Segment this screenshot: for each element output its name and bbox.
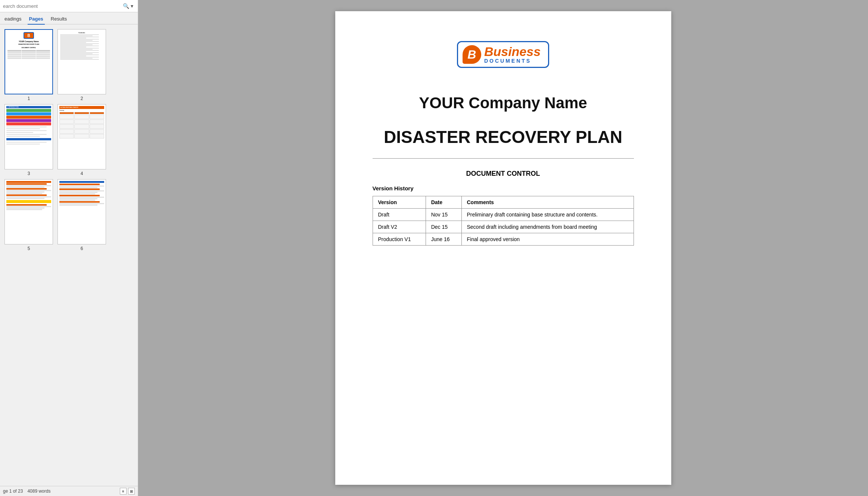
doc-control-title: DOCUMENT CONTROL: [466, 170, 540, 178]
logo-b-circle: B: [463, 45, 481, 64]
page-thumb-wrapper-4: 1A CRISIS RESPONSE STRATEGY Summary: [57, 104, 106, 176]
col-header-comments: Comments: [461, 196, 634, 209]
company-name-heading: YOUR Company Name: [419, 94, 587, 112]
thumb-table: [7, 50, 50, 59]
pages-row-3: 5: [4, 179, 133, 251]
page-thumb-1[interactable]: B YOUR Company Name DISASTER RECOVERY PL…: [4, 29, 53, 94]
nav-tabs: eadings Pages Results: [0, 12, 138, 25]
status-left: ge 1 of 23 4089 words: [3, 489, 50, 494]
left-panel: 🔍 ▾ eadings Pages Results B YOUR Company…: [0, 0, 138, 496]
page-thumb-wrapper-5: 5: [4, 179, 53, 251]
doc-divider: [373, 158, 634, 159]
table-row: Production V1 June 16 Final approved ver…: [373, 233, 634, 246]
thumb-contents-title: Contents: [60, 32, 103, 34]
logo-business-text: Business: [484, 45, 541, 58]
row1-version: Draft: [373, 209, 426, 221]
row3-version: Production V1: [373, 233, 426, 246]
pages-grid: B YOUR Company Name DISASTER RECOVERY PL…: [0, 25, 138, 486]
row1-comments: Preliminary draft containing base struct…: [461, 209, 634, 221]
row2-version: Draft V2: [373, 221, 426, 233]
page-thumb-4[interactable]: 1A CRISIS RESPONSE STRATEGY Summary: [57, 104, 106, 169]
logo-documents-text: DOCUMENTS: [484, 58, 541, 64]
page-num-1: 1: [28, 96, 30, 101]
page-num-5: 5: [28, 246, 30, 251]
page-num-4: 4: [81, 171, 83, 176]
col-header-version: Version: [373, 196, 426, 209]
main-area: B Business DOCUMENTS YOUR Company Name D…: [138, 0, 868, 496]
document-page: B Business DOCUMENTS YOUR Company Name D…: [335, 11, 671, 485]
thumb-doc-control: DOCUMENT CONTROL: [22, 47, 36, 49]
status-right: ≡ ⊞: [120, 488, 135, 495]
page-thumb-wrapper-3: 1. INTRODUCTION: [4, 104, 53, 176]
page-thumb-2[interactable]: Contents: [57, 29, 106, 94]
logo-b-letter: B: [467, 48, 476, 62]
plan-title-heading: DISASTER RECOVERY PLAN: [384, 127, 622, 147]
page-thumb-wrapper-2: Contents: [57, 29, 106, 101]
search-button[interactable]: 🔍 ▾: [121, 2, 135, 10]
page-info: ge 1 of 23: [3, 489, 23, 494]
pages-row-2: 1. INTRODUCTION: [4, 104, 133, 176]
col-header-date: Date: [426, 196, 461, 209]
thumb-company-name: YOUR Company Name: [19, 40, 39, 43]
page-thumb-wrapper-1: B YOUR Company Name DISASTER RECOVERY PL…: [4, 29, 53, 101]
tab-headings[interactable]: eadings: [3, 14, 23, 25]
thumb-plan-title: DISASTER RECOVERY PLAN: [18, 43, 39, 45]
version-history-label: Version History: [373, 185, 414, 191]
page-num-3: 3: [28, 171, 30, 176]
thumb-logo-1: B: [24, 32, 34, 39]
logo-container: B Business DOCUMENTS: [457, 41, 549, 68]
page-num-2: 2: [81, 96, 83, 101]
page-num-6: 6: [81, 246, 83, 251]
logo-text-col: Business DOCUMENTS: [484, 45, 541, 64]
version-table: Version Date Comments Draft Nov 15 Preli…: [373, 196, 634, 246]
table-header-row: Version Date Comments: [373, 196, 634, 209]
page-thumb-6[interactable]: [57, 179, 106, 244]
table-row: Draft V2 Dec 15 Second draft including a…: [373, 221, 634, 233]
status-bar: ge 1 of 23 4089 words ≡ ⊞: [0, 486, 138, 496]
page-thumb-5[interactable]: [4, 179, 53, 244]
row1-date: Nov 15: [426, 209, 461, 221]
tab-results[interactable]: Results: [49, 14, 68, 25]
row3-comments: Final approved version: [461, 233, 634, 246]
row2-comments: Second draft including amendments from b…: [461, 221, 634, 233]
table-row: Draft Nov 15 Preliminary draft containin…: [373, 209, 634, 221]
search-input[interactable]: [3, 3, 121, 9]
word-count: 4089 words: [27, 489, 50, 494]
page-thumb-wrapper-6: 6: [57, 179, 106, 251]
search-bar: 🔍 ▾: [0, 0, 138, 12]
page-thumb-3[interactable]: 1. INTRODUCTION: [4, 104, 53, 169]
pages-row-1: B YOUR Company Name DISASTER RECOVERY PL…: [4, 29, 133, 101]
tab-pages[interactable]: Pages: [28, 14, 45, 25]
row3-date: June 16: [426, 233, 461, 246]
view-btn-2[interactable]: ⊞: [128, 488, 135, 495]
logo-outer: B Business DOCUMENTS: [457, 41, 549, 68]
row2-date: Dec 15: [426, 221, 461, 233]
view-btn-1[interactable]: ≡: [120, 488, 127, 495]
